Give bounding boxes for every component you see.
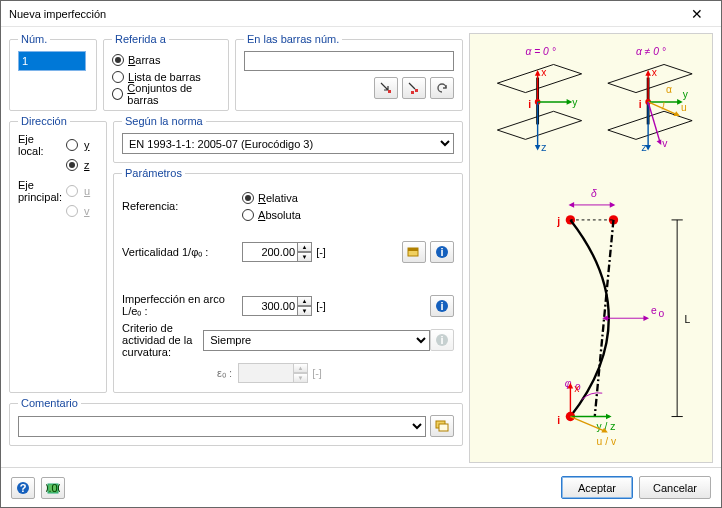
svg-text:y / z: y / z <box>597 421 616 432</box>
criterio-label: Criterio de actividad de la curvatura: <box>122 322 203 358</box>
unit: [-] <box>312 300 330 312</box>
legend-num: Núm. <box>18 33 50 45</box>
legend-param: Parámetros <box>122 167 185 179</box>
svg-text:x: x <box>574 383 580 394</box>
norma-select[interactable]: EN 1993-1-1: 2005-07 (Eurocódigo 3) <box>122 133 454 154</box>
pick-multi-icon[interactable] <box>402 77 426 99</box>
arco-input[interactable] <box>242 296 298 316</box>
svg-text:δ: δ <box>591 188 597 199</box>
svg-text:z: z <box>541 142 546 153</box>
radio-icon <box>112 88 123 100</box>
epsilon-input <box>238 363 294 383</box>
verticalidad-label: Verticalidad 1/φ₀ : <box>122 246 242 259</box>
library-icon[interactable] <box>402 241 426 263</box>
undo-icon[interactable] <box>430 77 454 99</box>
alpha-0-label: α = 0 ° <box>525 46 555 57</box>
fieldset-comentario: Comentario <box>9 397 463 446</box>
spin-buttons-disabled: ▲▼ <box>293 363 308 383</box>
spin-buttons[interactable]: ▲▼ <box>297 242 312 262</box>
legend-referida: Referida a <box>112 33 169 45</box>
svg-text:i: i <box>557 415 560 426</box>
legend-norma: Según la norma <box>122 115 206 127</box>
unit-disabled: [-] <box>308 367 326 379</box>
legend-comentario: Comentario <box>18 397 81 409</box>
help-icon[interactable]: ? <box>11 477 35 499</box>
svg-text:α: α <box>666 84 672 95</box>
svg-text:0.00: 0.00 <box>46 482 60 494</box>
svg-text:?: ? <box>20 482 27 494</box>
svg-text:x: x <box>541 67 547 78</box>
radio-relativa[interactable]: Relativa <box>242 189 301 206</box>
svg-rect-1 <box>415 89 418 92</box>
close-button[interactable]: ✕ <box>677 2 717 26</box>
svg-text:y: y <box>683 89 689 100</box>
svg-text:i: i <box>440 334 443 346</box>
window-title: Nueva imperfección <box>9 8 677 20</box>
criterio-select[interactable]: Siempre <box>203 330 430 351</box>
info-icon-disabled: i <box>430 329 454 351</box>
fieldset-norma: Según la norma EN 1993-1-1: 2005-07 (Eur… <box>113 115 463 163</box>
svg-rect-0 <box>388 90 391 93</box>
pick-single-icon[interactable] <box>374 77 398 99</box>
svg-text:i: i <box>639 99 642 110</box>
legend-direccion: Dirección <box>18 115 70 127</box>
referencia-label: Referencia: <box>122 200 242 212</box>
radio-barras[interactable]: Barras <box>112 51 220 68</box>
svg-text:i: i <box>440 300 443 312</box>
fieldset-param: Parámetros Referencia: Relativa Absoluta <box>113 167 463 393</box>
svg-text:i: i <box>528 99 531 110</box>
ok-button[interactable]: Aceptar <box>561 476 633 499</box>
verticalidad-input[interactable] <box>242 242 298 262</box>
svg-text:x: x <box>652 67 658 78</box>
svg-text:L: L <box>685 314 691 325</box>
fieldset-barras-num: En las barras núm. <box>235 33 463 111</box>
radio-icon <box>112 54 124 66</box>
radio-icon <box>242 192 254 204</box>
svg-text:i: i <box>440 246 443 258</box>
radio-v <box>66 205 78 217</box>
svg-text:v: v <box>662 138 668 149</box>
svg-text:z: z <box>642 142 647 153</box>
num-input[interactable] <box>18 51 86 71</box>
alpha-n0-label: α ≠ 0 ° <box>636 46 666 57</box>
fieldset-direccion: Dirección Eje local: y z Ejeprincipal: u… <box>9 115 107 393</box>
eje-local-label: Eje local: <box>18 133 62 157</box>
fieldset-referida: Referida a Barras Lista de barras Conjun… <box>103 33 229 111</box>
comentario-input[interactable] <box>18 416 426 437</box>
units-icon[interactable]: 0.00 <box>41 477 65 499</box>
svg-text:j: j <box>556 216 560 227</box>
svg-text:o: o <box>658 308 664 319</box>
eje-principal-label: Ejeprincipal: <box>18 179 62 203</box>
comment-library-icon[interactable] <box>430 415 454 437</box>
cancel-button[interactable]: Cancelar <box>639 476 711 499</box>
spin-buttons[interactable]: ▲▼ <box>297 296 312 316</box>
radio-u <box>66 185 78 197</box>
svg-rect-12 <box>439 424 448 431</box>
svg-text:u / v: u / v <box>597 436 617 447</box>
info-icon[interactable]: i <box>430 295 454 317</box>
unit: [-] <box>312 246 330 258</box>
svg-text:u: u <box>681 102 687 113</box>
svg-text:e: e <box>651 305 657 316</box>
radio-icon <box>242 209 254 221</box>
svg-rect-4 <box>408 248 418 251</box>
radio-z[interactable] <box>66 159 78 171</box>
epsilon-label: ε₀ : <box>122 367 238 380</box>
radio-y[interactable] <box>66 139 78 151</box>
radio-conjuntos[interactable]: Conjuntos de barras <box>112 85 220 102</box>
barras-input[interactable] <box>244 51 454 71</box>
radio-icon <box>112 71 124 83</box>
fieldset-num: Núm. <box>9 33 97 111</box>
info-icon[interactable]: i <box>430 241 454 263</box>
diagram-panel: α = 0 ° α ≠ 0 ° i x y z <box>469 33 713 463</box>
legend-barras-num: En las barras núm. <box>244 33 342 45</box>
radio-absoluta[interactable]: Absoluta <box>242 206 301 223</box>
arco-label: Imperfección en arco L/e₀ : <box>122 293 242 318</box>
svg-rect-2 <box>411 91 414 94</box>
svg-text:y: y <box>572 97 578 108</box>
